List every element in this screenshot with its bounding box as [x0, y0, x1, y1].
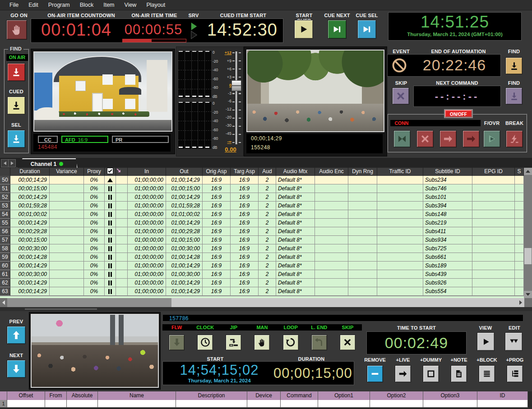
playlist-row[interactable]: 5300;01;59;280%01;00;00;0001;01;59;2816:… — [0, 202, 524, 210]
cue-next-button[interactable] — [328, 20, 347, 39]
command-col-From[interactable]: From — [45, 391, 67, 400]
black-button[interactable] — [463, 130, 480, 147]
pane-splitter[interactable] — [0, 307, 532, 311]
hscroll-thumb[interactable] — [7, 298, 171, 307]
playlist-col-Variance[interactable]: Variance — [50, 168, 84, 176]
command-col-Option3[interactable]: Option3 — [423, 391, 477, 400]
playlist-col-Orig Asp[interactable]: Orig Asp — [203, 168, 231, 176]
add-block-button[interactable] — [479, 365, 495, 382]
playlist-row[interactable]: 6100;00;30;000%01;00;00;0001;00;30;0016:… — [0, 270, 524, 279]
menu-item-playout[interactable]: Playout — [141, 2, 170, 8]
playlist-col-EPG ID[interactable]: EPG ID — [472, 168, 515, 176]
command-col-Name[interactable]: Name — [98, 391, 176, 400]
remove-button[interactable] — [367, 365, 383, 382]
tab-scroll-right[interactable] — [8, 159, 16, 167]
scroll-right-button[interactable] — [517, 298, 524, 307]
command-table-row[interactable]: 1 — [0, 400, 528, 408]
playlist-col-Traffic ID[interactable]: Traffic ID — [377, 168, 423, 176]
command-col-ID[interactable]: ID — [477, 391, 528, 400]
menu-item-view[interactable]: View — [120, 2, 142, 8]
conn-button[interactable] — [393, 130, 411, 147]
menu-item-block[interactable]: Block — [75, 2, 99, 8]
playlist-col-Out[interactable]: Out — [166, 168, 203, 176]
flw-button[interactable] — [169, 335, 185, 350]
playlist-col-Aud[interactable]: Aud — [259, 168, 276, 176]
menu-item-item[interactable]: Item — [98, 2, 119, 8]
fader-value[interactable]: 0.00 — [219, 146, 242, 153]
cg-off-button[interactable] — [416, 130, 434, 147]
playlist-col-In[interactable]: In — [128, 168, 166, 176]
scroll-left-button[interactable] — [0, 298, 7, 307]
jip-button[interactable] — [226, 335, 241, 350]
menu-item-edit[interactable]: Edit — [23, 2, 43, 8]
playlist-col-arrow[interactable] — [116, 168, 128, 176]
tab-channel-1[interactable]: Channel 1 — [16, 158, 78, 169]
command-col-Option2[interactable]: Option2 — [370, 391, 423, 400]
add-live-button[interactable] — [395, 365, 411, 382]
playlist-col-Duration[interactable]: Duration — [10, 168, 50, 176]
break-button[interactable] — [506, 130, 523, 147]
playlist-row[interactable]: 6000;00;14;290%01;00;00;0001;00;14;2916:… — [0, 262, 524, 270]
playlist-hscrollbar[interactable] — [0, 298, 532, 307]
playlist-row[interactable]: 5800;00;30;000%01;00;00;0001;00;30;0016:… — [0, 244, 524, 253]
playlist-row[interactable]: 5400;01;00;020%01;00;00;0001;01;00;0216:… — [0, 210, 524, 219]
command-col-Offset[interactable]: Offset — [7, 391, 45, 400]
vscroll-thumb[interactable] — [524, 248, 532, 264]
playlist-col-Dyn Rng[interactable]: Dyn Rng — [348, 168, 377, 176]
playlist-col-Audio Enc[interactable]: Audio Enc — [315, 168, 348, 176]
find-command-button[interactable] — [505, 87, 523, 105]
manual-button[interactable] — [254, 335, 270, 350]
command-col-num[interactable] — [0, 391, 7, 400]
go-on-button[interactable] — [6, 20, 27, 40]
bypass-button[interactable] — [439, 130, 457, 147]
skip-command-button[interactable] — [392, 87, 409, 105]
skip-item-button[interactable] — [340, 335, 356, 350]
playlist-row[interactable]: 5200;00;14;290%01;00;00;0001;00;14;2916:… — [0, 193, 524, 202]
command-col-Device[interactable]: Device — [247, 391, 281, 400]
command-col-Option1[interactable]: Option1 — [318, 391, 370, 400]
playlist-row[interactable]: 5600;00;29;280%01;00;00;0001;00;29;2816:… — [0, 227, 524, 236]
playlist-col-Targ Asp[interactable]: Targ Asp — [231, 168, 259, 176]
cue-sel-button[interactable] — [357, 20, 376, 39]
find-event-button[interactable] — [505, 57, 523, 74]
find-sel-button[interactable] — [7, 130, 25, 148]
loop-button[interactable] — [283, 335, 299, 350]
add-dummy-button[interactable] — [423, 365, 439, 382]
command-col-Description[interactable]: Description — [176, 391, 247, 400]
playlist-row[interactable]: 5500;00;14;290%01;00;00;0001;00;14;2916:… — [0, 219, 524, 227]
scroll-down-button[interactable] — [524, 291, 532, 298]
find-cued-button[interactable] — [7, 97, 25, 115]
command-col-Command[interactable]: Command — [281, 391, 318, 400]
playlist-col-Subtitle ID[interactable]: Subtitle ID — [423, 168, 472, 176]
playlist-col-state[interactable] — [105, 168, 116, 176]
onoff-button[interactable]: ON/OFF — [445, 110, 472, 117]
playlist-col-num[interactable] — [0, 168, 10, 176]
tab-scroll-left[interactable] — [1, 159, 9, 167]
playlist-vscrollbar[interactable] — [524, 168, 532, 298]
clock-button[interactable] — [197, 335, 213, 350]
prev-button[interactable] — [7, 326, 26, 344]
playlist-col-Proxy[interactable]: Proxy — [84, 168, 105, 176]
playlist-row[interactable]: 5100;00;15;000%01;00;00;0001;00;15;0016:… — [0, 184, 524, 193]
loop-end-button[interactable] — [311, 335, 327, 350]
playlist-row[interactable]: 5900;00;14;280%01;00;00;0001;00;14;2816:… — [0, 253, 524, 262]
playlist-row[interactable]: 5000;00;14;290%01;00;00;0001;00;14;2916:… — [0, 176, 524, 184]
view-button[interactable] — [477, 332, 495, 351]
fovr-button[interactable] — [483, 130, 500, 147]
add-note-button[interactable] — [451, 365, 467, 382]
next-button[interactable] — [7, 360, 26, 378]
edit-button[interactable] — [505, 332, 523, 351]
fader-handle[interactable] — [231, 80, 241, 91]
menu-item-program[interactable]: Program — [43, 2, 75, 8]
command-col-Absolute[interactable]: Absolute — [67, 391, 98, 400]
playlist-col-Audio Mtx[interactable]: Audio Mtx — [276, 168, 315, 176]
add-program-button[interactable] — [507, 365, 523, 382]
scroll-up-button[interactable] — [524, 168, 532, 175]
playlist-col-S[interactable]: S — [515, 168, 524, 176]
playlist-row[interactable]: 6200;00;14;290%01;00;00;0001;00;14;2916:… — [0, 279, 524, 287]
find-on-air-button[interactable] — [7, 63, 25, 81]
playlist-row[interactable]: 6300;00;14;290%01;00;00;0001;00;14;2916:… — [0, 287, 524, 296]
menu-item-file[interactable]: File — [5, 2, 23, 8]
playlist-row[interactable]: 5700;00;15;000%01;00;00;0001;00;15;0016:… — [0, 236, 524, 244]
start-cued-button[interactable] — [294, 20, 313, 39]
